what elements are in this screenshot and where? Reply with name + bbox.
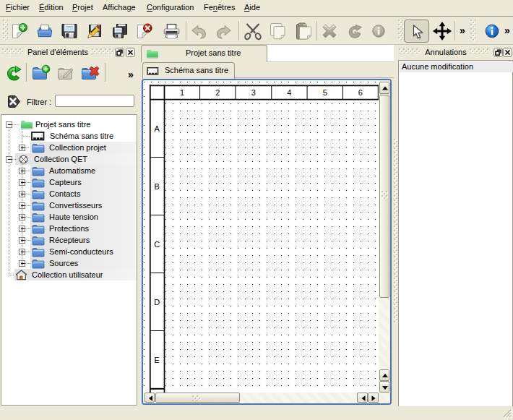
svg-text:B: B — [155, 182, 160, 191]
svg-text:A: A — [155, 124, 160, 133]
svg-text:3: 3 — [251, 88, 256, 97]
svg-text:4: 4 — [287, 88, 291, 97]
svg-text:2: 2 — [215, 88, 220, 97]
svg-text:D: D — [154, 298, 160, 307]
svg-text:5: 5 — [323, 88, 327, 97]
svg-text:C: C — [154, 240, 160, 249]
svg-text:6: 6 — [358, 88, 363, 97]
svg-text:1: 1 — [180, 88, 184, 97]
svg-text:E: E — [155, 356, 160, 364]
